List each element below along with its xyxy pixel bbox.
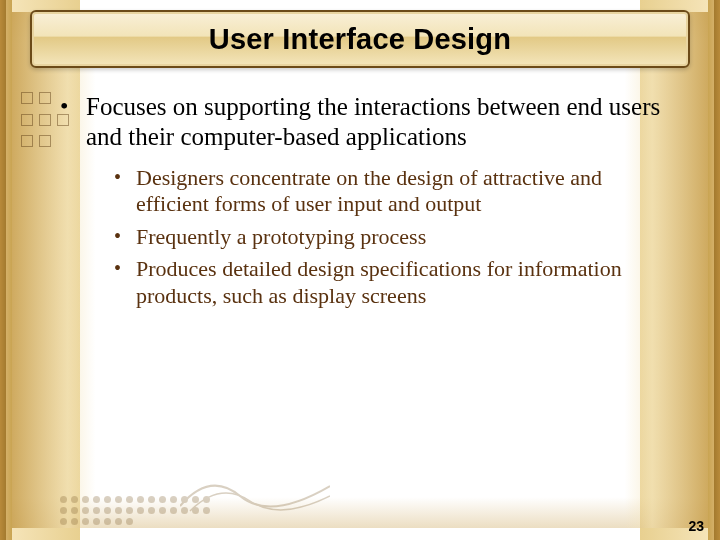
slide-content: Focuses on supporting the interactions b…	[60, 92, 670, 319]
wave-ornament	[180, 466, 330, 516]
sub-bullet-text: Frequently a prototyping process	[136, 224, 426, 249]
sub-bullet: Designers concentrate on the design of a…	[114, 165, 670, 218]
sub-bullet-text: Designers concentrate on the design of a…	[136, 165, 602, 216]
title-bar: User Interface Design	[30, 10, 690, 68]
page-number: 23	[688, 518, 704, 534]
sub-bullet: Produces detailed design specifications …	[114, 256, 670, 309]
bullet-main: Focuses on supporting the interactions b…	[60, 92, 670, 309]
slide-title: User Interface Design	[209, 23, 511, 56]
sub-bullet-text: Produces detailed design specifications …	[136, 256, 622, 307]
slide: User Interface Design Focuses on support…	[0, 0, 720, 540]
bottom-ornament	[60, 456, 320, 526]
bullet-main-text: Focuses on supporting the interactions b…	[86, 93, 660, 150]
sub-bullet: Frequently a prototyping process	[114, 224, 670, 250]
